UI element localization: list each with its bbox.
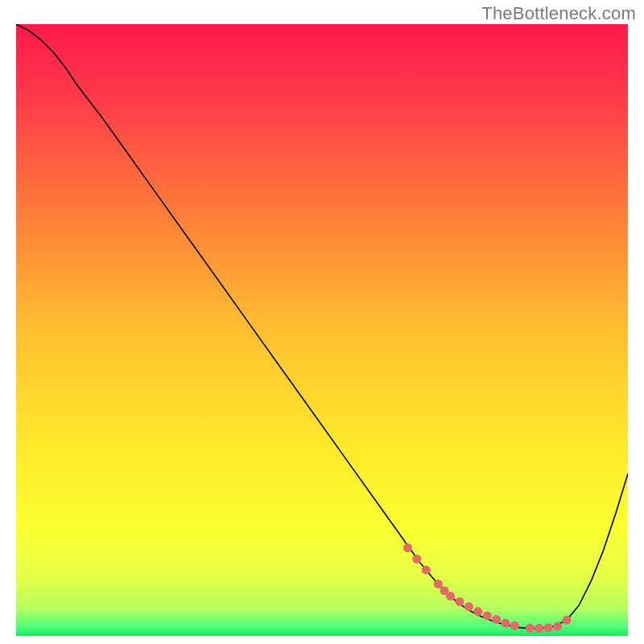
- chart-container: TheBottleneck.com: [0, 0, 644, 644]
- marker-dot: [502, 619, 510, 628]
- marker-dot: [434, 580, 443, 588]
- watermark-label: TheBottleneck.com: [481, 3, 636, 24]
- marker-dot: [446, 592, 455, 601]
- marker-dot: [563, 616, 572, 625]
- marker-dot: [456, 597, 464, 606]
- marker-dot: [553, 622, 562, 631]
- gradient-background: [16, 24, 628, 636]
- marker-dot: [535, 624, 543, 633]
- marker-dot: [403, 543, 412, 552]
- marker-dot: [510, 621, 519, 630]
- plot-svg: [16, 24, 628, 636]
- marker-dot: [473, 607, 482, 616]
- marker-dot: [412, 555, 421, 564]
- marker-dot: [544, 623, 553, 632]
- marker-dot: [492, 615, 501, 624]
- marker-dot: [464, 602, 473, 611]
- plot-area: [16, 24, 628, 636]
- marker-dot: [422, 565, 431, 574]
- marker-dot: [526, 624, 535, 633]
- marker-dot: [483, 611, 492, 620]
